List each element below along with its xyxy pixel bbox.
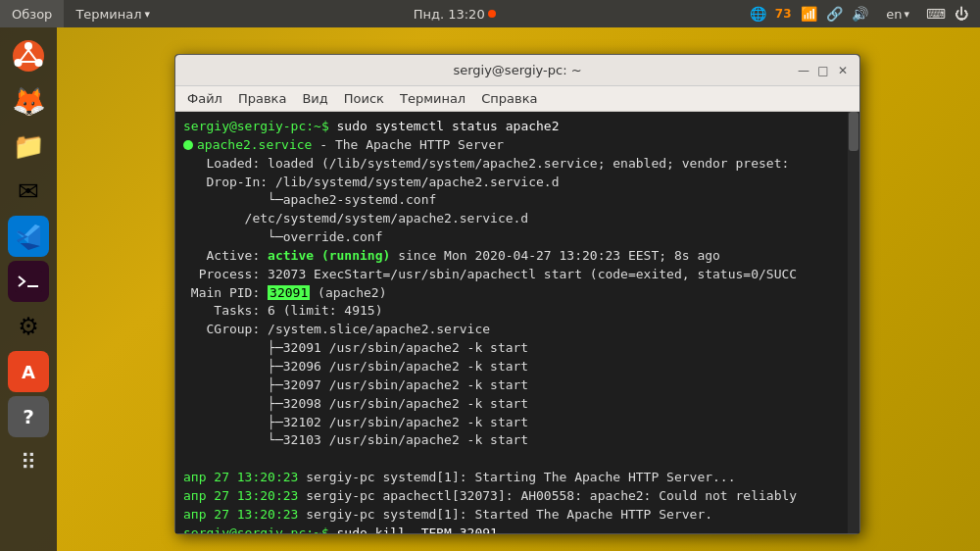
- terminal-line-cgroup: CGroup: /system.slice/apache2.service: [183, 321, 852, 339]
- terminal-line-dropin4: └─override.conf: [183, 228, 852, 247]
- status-dot: [488, 10, 496, 18]
- menu-edit[interactable]: Правка: [230, 89, 294, 108]
- terminal-menu-label: Терминал: [75, 7, 141, 22]
- volume-icon[interactable]: 🔊: [849, 3, 870, 25]
- menu-file[interactable]: Файл: [179, 89, 230, 108]
- vscode-icon[interactable]: [8, 216, 49, 257]
- network-wired-icon[interactable]: 🔗: [823, 3, 845, 25]
- settings-icon[interactable]: ⚙️: [8, 306, 49, 347]
- active-status: active (running): [268, 248, 390, 263]
- panel-center: Пнд. 13:20: [162, 7, 747, 22]
- terminal-menu-button[interactable]: Терминал ▾: [64, 0, 162, 27]
- terminal-line-cg3: ├─32097 /usr/sbin/apache2 -k start: [183, 376, 852, 395]
- datetime-label: Пнд. 13:20: [414, 7, 485, 22]
- prompt-1: sergiy@sergiy-pc:~$: [183, 119, 337, 133]
- terminal-window: sergiy@sergiy-pc: ~ — □ ✕ Файл Правка Ви…: [174, 54, 860, 534]
- app-grid-icon[interactable]: ⠿: [8, 441, 49, 482]
- top-panel: Обзор Терминал ▾ Пнд. 13:20 🌐 73 📶 🔗 🔊 e…: [0, 0, 980, 27]
- keyboard-icon[interactable]: ⌨️: [925, 3, 947, 25]
- terminal-line-1: sergiy@sergiy-pc:~$ sudo systemctl statu…: [183, 118, 852, 136]
- terminal-line-pid: Main PID: 32091 (apache2): [183, 284, 852, 303]
- prompt-2: sergiy@sergiy-pc:~$: [183, 526, 337, 533]
- terminal-titlebar: sergiy@sergiy-pc: ~ — □ ✕: [175, 55, 859, 86]
- terminal-line-dropin2: └─apache2-systemd.conf: [183, 191, 852, 210]
- software-icon[interactable]: A: [8, 351, 49, 392]
- ubuntu-logo-icon[interactable]: [8, 35, 49, 76]
- terminal-line-dropin3: /etc/systemd/system/apache2.service.d: [183, 210, 852, 228]
- terminal-line-tasks: Tasks: 6 (limit: 4915): [183, 302, 852, 321]
- globe-icon[interactable]: 🌐: [747, 3, 768, 25]
- terminal-content-area[interactable]: sergiy@sergiy-pc:~$ sudo systemctl statu…: [175, 112, 859, 533]
- email-icon[interactable]: ✉️: [8, 171, 49, 212]
- menu-view[interactable]: Вид: [294, 89, 335, 108]
- maximize-button[interactable]: □: [814, 62, 832, 79]
- terminal-log-2: апр 27 13:20:23 sergiy-pc apachectl[3207…: [183, 487, 852, 506]
- language-arrow: ▾: [904, 8, 909, 21]
- firefox-icon[interactable]: 🦊: [8, 80, 49, 122]
- menu-search[interactable]: Поиск: [336, 89, 392, 108]
- overview-button[interactable]: Обзор: [0, 0, 64, 27]
- cmd-kill: sudo kill -TERM 32091: [337, 526, 498, 533]
- service-name: apache2.service: [197, 137, 312, 152]
- terminal-line-cg2: ├─32096 /usr/sbin/apache2 -k start: [183, 358, 852, 376]
- network-icon[interactable]: 📶: [798, 3, 819, 25]
- language-button[interactable]: en ▾: [874, 0, 921, 27]
- terminal-title: sergiy@sergiy-pc: ~: [453, 63, 581, 77]
- terminal-line-loaded: Loaded: loaded (/lib/systemd/system/apac…: [183, 155, 852, 174]
- terminal-dock-icon[interactable]: [8, 261, 49, 302]
- sidebar-dock: 🦊 📁 ✉️ ⚙️ A ? ⠿: [0, 27, 57, 551]
- close-button[interactable]: ✕: [834, 62, 852, 79]
- menu-help[interactable]: Справка: [473, 89, 545, 108]
- service-desc: - The Apache HTTP Server: [312, 137, 504, 152]
- terminal-line-cg5: ├─32102 /usr/sbin/apache2 -k start: [183, 414, 852, 432]
- terminal-line-cg1: ├─32091 /usr/sbin/apache2 -k start: [183, 339, 852, 358]
- panel-right: 🌐 73 📶 🔗 🔊 en ▾ ⌨️ ⏻: [747, 0, 980, 27]
- help-icon[interactable]: ?: [8, 396, 49, 437]
- terminal-line-cg6: └─32103 /usr/sbin/apache2 -k start: [183, 431, 852, 450]
- terminal-menu-arrow: ▾: [145, 8, 151, 21]
- language-label: en: [886, 7, 902, 22]
- terminal-line-kill: sergiy@sergiy-pc:~$ sudo kill -TERM 3209…: [183, 525, 852, 533]
- notifications-icon[interactable]: 73: [772, 3, 794, 25]
- menu-terminal[interactable]: Терминал: [392, 89, 473, 108]
- panel-left: Обзор Терминал ▾: [0, 0, 162, 27]
- terminal-log-1: апр 27 13:20:23 sergiy-pc systemd[1]: St…: [183, 469, 852, 487]
- scrollbar-thumb[interactable]: [849, 112, 858, 151]
- green-dot: [183, 140, 193, 150]
- terminal-line-cg4: ├─32098 /usr/sbin/apache2 -k start: [183, 395, 852, 414]
- scrollbar[interactable]: [848, 112, 859, 533]
- power-icon[interactable]: ⏻: [951, 3, 972, 25]
- terminal-log-3: апр 27 13:20:23 sergiy-pc systemd[1]: St…: [183, 506, 852, 525]
- main-pid: 32091: [268, 285, 310, 300]
- cmd-1: sudo systemctl status apache2: [337, 119, 560, 133]
- terminal-blank: [183, 450, 852, 469]
- minimize-button[interactable]: —: [795, 62, 812, 79]
- terminal-line-active: Active: active (running) since Mon 2020-…: [183, 247, 852, 266]
- svg-rect-9: [15, 271, 42, 292]
- terminal-line-dropin: Drop-In: /lib/systemd/system/apache2.ser…: [183, 174, 852, 192]
- terminal-line-service: apache2.service - The Apache HTTP Server: [183, 136, 852, 155]
- window-controls: — □ ✕: [795, 62, 852, 79]
- files-icon[interactable]: 📁: [8, 125, 49, 167]
- terminal-line-process: Process: 32073 ExecStart=/usr/sbin/apach…: [183, 266, 852, 284]
- terminal-menubar: Файл Правка Вид Поиск Терминал Справка: [175, 86, 859, 112]
